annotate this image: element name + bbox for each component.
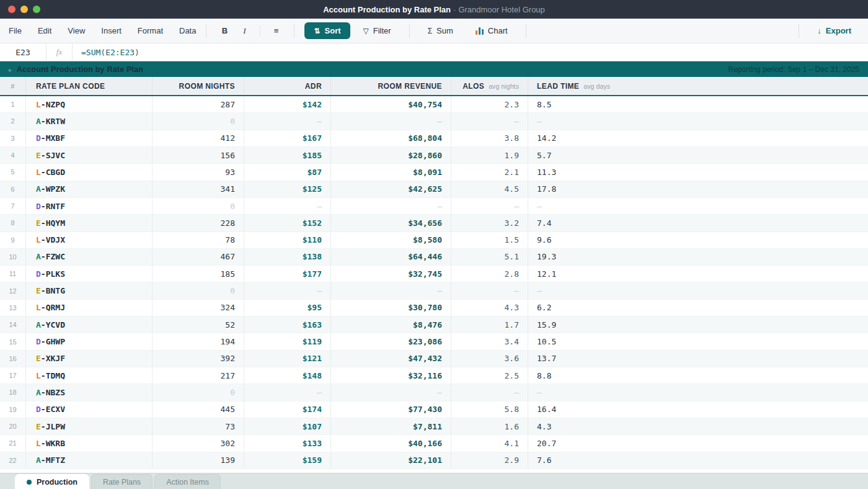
cell-rate-plan-code[interactable]: A-YCVD <box>26 316 153 333</box>
cell-alos[interactable]: 1.6 <box>451 418 528 434</box>
cell-adr[interactable]: — <box>244 384 331 400</box>
row-number-cell[interactable]: 6 <box>0 181 26 197</box>
cell-room-revenue[interactable]: $22,101 <box>331 452 451 469</box>
row-number-cell[interactable]: 18 <box>0 384 26 400</box>
cell-lead-time[interactable]: — <box>528 384 868 400</box>
row-number-cell[interactable]: 20 <box>0 418 26 434</box>
cell-alos[interactable]: 1.5 <box>451 232 528 248</box>
italic-button[interactable]: I <box>236 23 252 39</box>
col-header-lead-time[interactable]: LEAD TIME avg days <box>528 77 868 95</box>
formula-input[interactable]: =SUM(E2:E23) <box>73 43 140 61</box>
cell-adr[interactable]: $148 <box>244 367 331 384</box>
cell-lead-time[interactable]: 12.1 <box>528 266 868 282</box>
row-number-cell[interactable]: 14 <box>0 316 26 333</box>
row-number-cell[interactable]: 21 <box>0 435 26 451</box>
cell-room-nights[interactable]: 217 <box>153 367 244 384</box>
cell-reference-box[interactable]: E23 <box>0 43 46 61</box>
cell-rate-plan-code[interactable]: L-NZPQ <box>26 96 153 112</box>
cell-room-revenue[interactable]: — <box>331 282 451 298</box>
row-number-cell[interactable]: 9 <box>0 232 26 248</box>
cell-room-nights[interactable]: 341 <box>153 181 244 197</box>
cell-room-revenue[interactable]: — <box>331 113 451 129</box>
cell-alos[interactable]: 5.1 <box>451 249 528 265</box>
cell-lead-time[interactable]: 7.6 <box>528 452 868 469</box>
cell-room-nights[interactable]: 78 <box>153 232 244 248</box>
cell-room-nights[interactable]: 0 <box>153 113 244 129</box>
banner-collapse-icon[interactable]: ▸ <box>9 66 12 73</box>
col-header-room-revenue[interactable]: ROOM REVENUE <box>331 77 451 95</box>
cell-rate-plan-code[interactable]: A-NBZS <box>26 384 153 400</box>
row-number-cell[interactable]: 7 <box>0 198 26 214</box>
col-header-adr[interactable]: ADR <box>244 77 331 95</box>
sheet-tab-production[interactable]: Production <box>15 474 89 489</box>
cell-alos[interactable]: 2.1 <box>451 164 528 180</box>
menu-file[interactable]: File <box>9 26 22 35</box>
cell-room-revenue[interactable]: $47,432 <box>331 351 451 367</box>
menu-edit[interactable]: Edit <box>38 26 51 35</box>
cell-room-nights[interactable]: 185 <box>153 266 244 282</box>
row-number-cell[interactable]: 16 <box>0 351 26 367</box>
cell-rate-plan-code[interactable]: D-PLKS <box>26 266 153 282</box>
cell-lead-time[interactable]: 16.4 <box>528 402 868 418</box>
cell-rate-plan-code[interactable]: D-RNTF <box>26 198 153 214</box>
row-number-cell[interactable]: 3 <box>0 130 26 146</box>
cell-lead-time[interactable]: 17.8 <box>528 181 868 197</box>
cell-adr[interactable]: $177 <box>244 266 331 282</box>
align-button[interactable]: ≡ <box>268 23 284 39</box>
cell-rate-plan-code[interactable]: A-KRTW <box>26 113 153 129</box>
cell-rate-plan-code[interactable]: L-VDJX <box>26 232 153 248</box>
cell-room-revenue[interactable]: $8,476 <box>331 316 451 333</box>
cell-room-nights[interactable]: 324 <box>153 300 244 316</box>
cell-lead-time[interactable]: 20.7 <box>528 435 868 451</box>
cell-room-revenue[interactable]: $42,625 <box>331 181 451 197</box>
cell-room-revenue[interactable]: $8,580 <box>331 232 451 248</box>
cell-rate-plan-code[interactable]: L-TDMQ <box>26 367 153 384</box>
cell-lead-time[interactable]: — <box>528 113 868 129</box>
filter-button[interactable]: ▽ Filter <box>355 23 399 38</box>
row-number-cell[interactable]: 11 <box>0 266 26 282</box>
minimize-window-icon[interactable] <box>20 6 28 13</box>
cell-lead-time[interactable]: 5.7 <box>528 147 868 163</box>
cell-lead-time[interactable]: 19.3 <box>528 249 868 265</box>
cell-adr[interactable]: $87 <box>244 164 331 180</box>
cell-room-nights[interactable]: 445 <box>153 402 244 418</box>
cell-adr[interactable]: — <box>244 113 331 129</box>
col-header-row-number[interactable]: # <box>0 77 26 95</box>
cell-rate-plan-code[interactable]: E-SJVC <box>26 147 153 163</box>
cell-room-revenue[interactable]: $40,166 <box>331 435 451 451</box>
cell-room-revenue[interactable]: $77,430 <box>331 402 451 418</box>
cell-room-revenue[interactable]: $23,086 <box>331 333 451 349</box>
cell-adr[interactable]: $152 <box>244 215 331 231</box>
row-number-cell[interactable]: 13 <box>0 300 26 316</box>
cell-lead-time[interactable]: 14.2 <box>528 130 868 146</box>
export-button[interactable]: ↓ Export <box>809 23 859 38</box>
cell-room-revenue[interactable]: $30,780 <box>331 300 451 316</box>
cell-alos[interactable]: 4.5 <box>451 181 528 197</box>
cell-adr[interactable]: $167 <box>244 130 331 146</box>
cell-room-nights[interactable]: 0 <box>153 384 244 400</box>
cell-rate-plan-code[interactable]: A-WPZK <box>26 181 153 197</box>
cell-room-revenue[interactable]: $32,116 <box>331 367 451 384</box>
cell-room-revenue[interactable]: $64,446 <box>331 249 451 265</box>
cell-alos[interactable]: — <box>451 198 528 214</box>
cell-room-nights[interactable]: 52 <box>153 316 244 333</box>
row-number-cell[interactable]: 22 <box>0 452 26 469</box>
cell-lead-time[interactable]: 6.2 <box>528 300 868 316</box>
cell-room-nights[interactable]: 0 <box>153 282 244 298</box>
cell-rate-plan-code[interactable]: D-MXBF <box>26 130 153 146</box>
zoom-window-icon[interactable] <box>33 6 40 13</box>
cell-rate-plan-code[interactable]: L-QRMJ <box>26 300 153 316</box>
row-number-cell[interactable]: 2 <box>0 113 26 129</box>
row-number-cell[interactable]: 15 <box>0 333 26 349</box>
cell-adr[interactable]: $138 <box>244 249 331 265</box>
cell-room-revenue[interactable]: $8,091 <box>331 164 451 180</box>
cell-room-revenue[interactable]: $40,754 <box>331 96 451 112</box>
cell-adr[interactable]: $119 <box>244 333 331 349</box>
row-number-cell[interactable]: 12 <box>0 282 26 298</box>
cell-lead-time[interactable]: 15.9 <box>528 316 868 333</box>
cell-room-revenue[interactable]: $34,656 <box>331 215 451 231</box>
row-number-cell[interactable]: 8 <box>0 215 26 231</box>
cell-adr[interactable]: — <box>244 198 331 214</box>
cell-alos[interactable]: 2.8 <box>451 266 528 282</box>
cell-adr[interactable]: $125 <box>244 181 331 197</box>
